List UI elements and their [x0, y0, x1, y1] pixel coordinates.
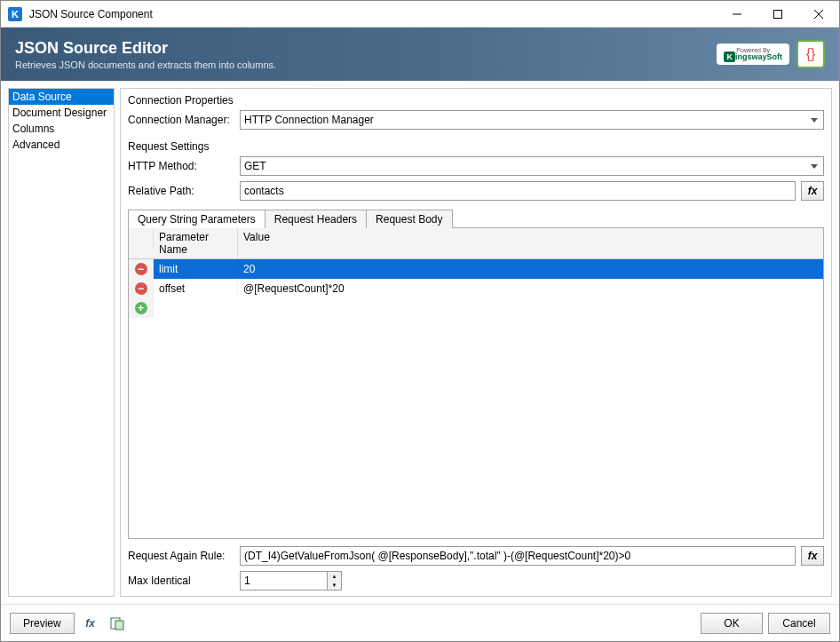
param-row[interactable]: − limit 20 [129, 259, 823, 279]
svg-rect-5 [115, 621, 123, 630]
http-method-value: GET [244, 160, 266, 172]
add-icon: + [135, 302, 147, 314]
json-icon: {} [796, 40, 825, 68]
window-root: K JSON Source Component JSON Source Edit… [0, 0, 840, 642]
request-again-label: Request Again Rule: [128, 550, 234, 562]
remove-row-button[interactable]: − [129, 279, 154, 298]
window-controls [717, 1, 839, 27]
sidebar-item-columns[interactable]: Columns [9, 121, 114, 137]
minimize-button[interactable] [717, 1, 757, 27]
page-title: JSON Source Editor [15, 39, 717, 58]
param-row-new[interactable]: + [129, 298, 823, 318]
param-name-cell[interactable]: limit [154, 263, 238, 275]
ok-button[interactable]: OK [701, 613, 763, 634]
connection-manager-label: Connection Manager: [128, 114, 234, 126]
grid-header: Parameter Name Value [129, 228, 823, 259]
params-tab-panel: Query String Parameters Request Headers … [128, 210, 824, 539]
add-row-button[interactable]: + [129, 298, 154, 318]
cancel-button[interactable]: Cancel [768, 613, 830, 634]
max-identical-value[interactable]: 1 [241, 572, 327, 590]
header-logos: Powered By KingswaySoft {} [717, 40, 825, 68]
tab-request-body[interactable]: Request Body [366, 210, 452, 228]
relative-path-fx-button[interactable]: fx [801, 181, 824, 201]
connection-manager-dropdown[interactable]: HTTP Connection Manager [240, 110, 824, 130]
http-method-dropdown[interactable]: GET [240, 156, 824, 176]
params-grid: Parameter Name Value − limit 20 [129, 228, 823, 538]
window-title: JSON Source Component [29, 8, 717, 20]
http-method-label: HTTP Method: [128, 160, 234, 172]
max-identical-spinner[interactable]: 1 ▲ ▼ [240, 571, 342, 590]
preview-button[interactable]: Preview [10, 613, 75, 634]
sidebar-item-advanced[interactable]: Advanced [9, 137, 114, 153]
relative-path-input[interactable]: contacts [240, 181, 796, 201]
request-section-title: Request Settings [128, 140, 824, 153]
request-again-input[interactable]: (DT_I4)GetValueFromJson( @[ResponseBody]… [240, 546, 796, 566]
app-icon: K [8, 7, 22, 21]
maximize-button[interactable] [757, 1, 798, 27]
tab-content: Parameter Name Value − limit 20 [128, 227, 824, 539]
connection-section-title: Connection Properties [128, 94, 824, 107]
titlebar: K JSON Source Component [1, 1, 839, 28]
body: Data Source Document Designer Columns Ad… [1, 81, 839, 604]
param-value-cell[interactable]: 20 [238, 263, 823, 275]
relative-path-label: Relative Path: [128, 185, 234, 197]
spinner-up-button[interactable]: ▲ [328, 572, 341, 581]
tab-bar: Query String Parameters Request Headers … [128, 210, 824, 228]
grid-header-name: Parameter Name [154, 228, 238, 258]
tab-query-string[interactable]: Query String Parameters [128, 210, 265, 228]
connection-manager-value: HTTP Connection Manager [244, 114, 374, 126]
footer: Preview fx OK Cancel [1, 604, 839, 641]
param-name-cell[interactable]: offset [154, 282, 238, 295]
main-panel: Connection Properties Connection Manager… [120, 88, 832, 597]
sidebar: Data Source Document Designer Columns Ad… [8, 88, 115, 597]
remove-icon: − [135, 282, 147, 295]
sidebar-item-data-source[interactable]: Data Source [9, 89, 114, 105]
brand-logo: Powered By KingswaySoft [717, 44, 789, 65]
param-row[interactable]: − offset @[RequestCount]*20 [129, 279, 823, 298]
close-button[interactable] [798, 1, 839, 27]
expression-editor-icon[interactable]: fx [80, 613, 101, 634]
header-banner: JSON Source Editor Retrieves JSON docume… [1, 28, 839, 81]
grid-header-action [129, 228, 154, 248]
max-identical-label: Max Identical [128, 575, 234, 587]
param-value-cell[interactable]: @[RequestCount]*20 [238, 282, 823, 295]
request-again-fx-button[interactable]: fx [801, 546, 824, 566]
save-template-icon[interactable] [107, 613, 128, 634]
page-subtitle: Retrieves JSON documents and extracts th… [15, 59, 717, 70]
grid-header-value: Value [238, 228, 823, 258]
remove-row-button[interactable]: − [129, 259, 154, 279]
remove-icon: − [135, 263, 147, 275]
sidebar-item-document-designer[interactable]: Document Designer [9, 105, 114, 121]
spinner-down-button[interactable]: ▼ [328, 581, 341, 590]
tab-request-headers[interactable]: Request Headers [265, 210, 367, 228]
svg-rect-1 [774, 10, 782, 18]
